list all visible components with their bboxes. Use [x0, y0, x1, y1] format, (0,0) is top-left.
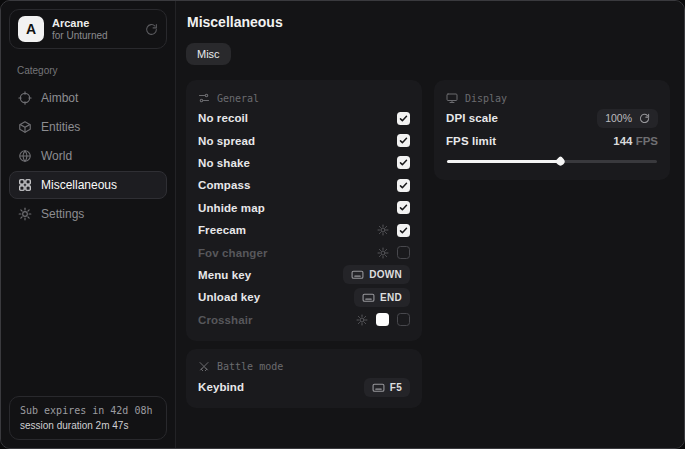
sidebar-item-world[interactable]: World [9, 142, 167, 170]
setting-row-no-spread: No spread [198, 129, 410, 151]
sidebar-item-label: World [41, 149, 72, 163]
setting-label: Fov changer [198, 247, 267, 259]
page-title: Miscellaneous [187, 14, 670, 30]
keyboard-icon [351, 268, 364, 281]
battle-keybind-binding[interactable]: F5 [364, 378, 410, 397]
battle-panel-header: Battle mode [198, 358, 410, 376]
no-shake-checkbox[interactable] [397, 156, 410, 169]
setting-label: Keybind [198, 381, 244, 393]
setting-label: No shake [198, 157, 250, 169]
dpi-scale-input[interactable]: 100% [597, 109, 658, 128]
crosshair-color-swatch[interactable] [376, 313, 389, 326]
compass-checkbox[interactable] [397, 179, 410, 192]
menu-key-value: DOWN [369, 269, 402, 280]
app-subtitle: for Unturned [52, 30, 137, 42]
setting-row-freecam: Freecam [198, 219, 410, 241]
display-panel: Display DPI scale 100% FPS limit 144 [434, 80, 670, 180]
no-spread-checkbox[interactable] [397, 134, 410, 147]
freecam-checkbox[interactable] [397, 224, 410, 237]
dpi-scale-value: 100% [605, 112, 632, 124]
general-panel-header: General [198, 89, 410, 107]
setting-row-unload-key: Unload key END [198, 286, 410, 308]
setting-row-compass: Compass [198, 174, 410, 196]
setting-label: Unload key [198, 291, 260, 303]
unload-key-binding[interactable]: END [354, 288, 410, 307]
crosshair-icon [18, 91, 32, 105]
swords-icon [198, 361, 210, 373]
crosshair-controls [356, 313, 410, 326]
freecam-controls [377, 224, 410, 237]
sub-expires-text: Sub expires in 42d 08h [20, 403, 156, 418]
fov-changer-controls [377, 246, 410, 259]
sliders-icon [198, 92, 210, 104]
sidebar-item-label: Miscellaneous [41, 178, 117, 192]
grid-icon [18, 178, 32, 192]
display-panel-header: Display [446, 89, 658, 107]
battle-panel-title: Battle mode [217, 361, 283, 372]
menu-key-binding[interactable]: DOWN [343, 265, 410, 284]
crosshair-checkbox[interactable] [397, 313, 410, 326]
monitor-icon [446, 92, 458, 104]
keyboard-icon [372, 381, 385, 394]
app-avatar: A [18, 16, 44, 42]
setting-row-unhide-map: Unhide map [198, 197, 410, 219]
left-column: General No recoil No spread No shake [186, 80, 422, 408]
fov-changer-checkbox[interactable] [397, 246, 410, 259]
sidebar-item-label: Settings [41, 207, 84, 221]
fov-config-gear-icon[interactable] [377, 247, 389, 259]
slider-thumb[interactable] [555, 156, 566, 167]
freecam-config-gear-icon[interactable] [377, 224, 389, 236]
fps-limit-slider[interactable] [447, 157, 657, 166]
sidebar-item-label: Entities [41, 120, 80, 134]
setting-label: No recoil [198, 112, 248, 124]
setting-label: DPI scale [446, 112, 498, 124]
general-panel-title: General [217, 93, 259, 104]
setting-label: Menu key [198, 269, 251, 281]
session-duration-text: session duration 2m 47s [20, 418, 156, 433]
entities-icon [18, 120, 32, 134]
battle-keybind-value: F5 [390, 382, 402, 393]
sidebar-item-miscellaneous[interactable]: Miscellaneous [9, 171, 167, 199]
subscription-info-box: Sub expires in 42d 08h session duration … [9, 396, 167, 440]
tab-misc[interactable]: Misc [186, 43, 231, 65]
sidebar-nav: Aimbot Entities World Miscellaneous [9, 84, 167, 228]
display-panel-title: Display [465, 93, 507, 104]
setting-row-no-recoil: No recoil [198, 107, 410, 129]
panel-grid: General No recoil No spread No shake [186, 80, 670, 408]
sidebar-item-entities[interactable]: Entities [9, 113, 167, 141]
setting-row-crosshair: Crosshair [198, 309, 410, 331]
setting-row-menu-key: Menu key DOWN [198, 264, 410, 286]
slider-fill [447, 160, 558, 163]
app-name: Arcane [52, 17, 137, 30]
gear-icon [18, 207, 32, 221]
refresh-icon[interactable] [145, 23, 158, 36]
setting-label: Compass [198, 179, 250, 191]
setting-label: Crosshair [198, 314, 253, 326]
fps-limit-value: 144 FPS [613, 135, 658, 147]
fps-unit: FPS [636, 135, 658, 147]
keyboard-icon [362, 291, 375, 304]
app-header-card: A Arcane for Unturned [9, 9, 167, 49]
setting-label: Unhide map [198, 202, 265, 214]
sidebar-item-aimbot[interactable]: Aimbot [9, 84, 167, 112]
globe-icon [18, 149, 32, 163]
setting-row-keybind: Keybind F5 [198, 376, 410, 398]
app-title-block: Arcane for Unturned [52, 17, 137, 41]
setting-label: FPS limit [446, 135, 496, 147]
unload-key-value: END [380, 292, 402, 303]
setting-label: No spread [198, 135, 255, 147]
unhide-map-checkbox[interactable] [397, 201, 410, 214]
crosshair-config-gear-icon[interactable] [356, 314, 368, 326]
setting-row-no-shake: No shake [198, 152, 410, 174]
category-label: Category [17, 65, 161, 76]
battle-mode-panel: Battle mode Keybind F5 [186, 349, 422, 408]
no-recoil-checkbox[interactable] [397, 112, 410, 125]
fps-number: 144 [613, 135, 632, 147]
setting-row-fps-limit: FPS limit 144 FPS [446, 129, 658, 151]
reset-icon[interactable] [639, 113, 650, 124]
setting-row-dpi-scale: DPI scale 100% [446, 107, 658, 129]
setting-row-fov-changer: Fov changer [198, 241, 410, 263]
main-content: Miscellaneous Misc General No recoil [176, 1, 685, 448]
sidebar-item-label: Aimbot [41, 91, 78, 105]
sidebar-item-settings[interactable]: Settings [9, 200, 167, 228]
